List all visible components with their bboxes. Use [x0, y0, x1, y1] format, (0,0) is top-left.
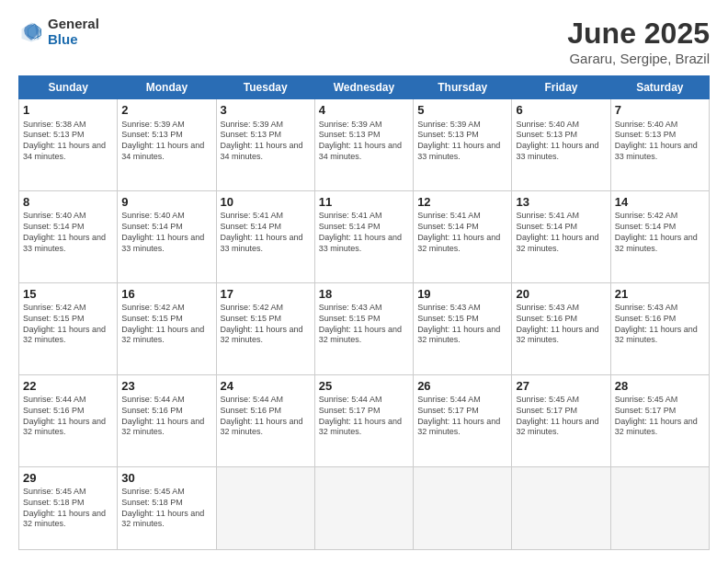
day-info: Sunrise: 5:45 AM Sunset: 5:17 PM Dayligh…: [615, 395, 705, 438]
title-block: June 2025 Gararu, Sergipe, Brazil: [567, 17, 710, 66]
table-row: [610, 466, 709, 549]
table-row: [314, 466, 413, 549]
table-row: 21Sunrise: 5:43 AM Sunset: 5:16 PM Dayli…: [610, 282, 709, 374]
table-row: 9Sunrise: 5:40 AM Sunset: 5:14 PM Daylig…: [118, 190, 216, 282]
table-row: 12Sunrise: 5:41 AM Sunset: 5:14 PM Dayli…: [414, 190, 512, 282]
day-info: Sunrise: 5:42 AM Sunset: 5:15 PM Dayligh…: [121, 303, 211, 346]
day-number: 19: [417, 286, 507, 303]
day-number: 27: [516, 378, 606, 395]
day-info: Sunrise: 5:40 AM Sunset: 5:14 PM Dayligh…: [121, 211, 211, 254]
table-row: 29Sunrise: 5:45 AM Sunset: 5:18 PM Dayli…: [19, 466, 118, 549]
day-number: 30: [121, 470, 211, 487]
day-number: 23: [121, 378, 211, 395]
day-info: Sunrise: 5:43 AM Sunset: 5:16 PM Dayligh…: [516, 303, 606, 346]
day-number: 10: [221, 194, 311, 211]
day-info: Sunrise: 5:38 AM Sunset: 5:13 PM Dayligh…: [23, 120, 113, 163]
logo-general-text: General: [48, 17, 99, 32]
table-row: 15Sunrise: 5:42 AM Sunset: 5:15 PM Dayli…: [19, 282, 118, 374]
day-info: Sunrise: 5:45 AM Sunset: 5:17 PM Dayligh…: [516, 395, 606, 438]
table-row: [414, 466, 512, 549]
table-row: 24Sunrise: 5:44 AM Sunset: 5:16 PM Dayli…: [216, 374, 314, 466]
day-number: 25: [319, 378, 409, 395]
day-number: 18: [319, 286, 409, 303]
day-info: Sunrise: 5:44 AM Sunset: 5:16 PM Dayligh…: [23, 395, 113, 438]
logo-icon: [18, 19, 44, 45]
day-number: 17: [221, 286, 311, 303]
header-friday: Friday: [512, 76, 610, 99]
day-info: Sunrise: 5:41 AM Sunset: 5:14 PM Dayligh…: [221, 211, 311, 254]
table-row: 30Sunrise: 5:45 AM Sunset: 5:18 PM Dayli…: [118, 466, 216, 549]
day-number: 12: [417, 194, 507, 211]
day-number: 26: [417, 378, 507, 395]
day-number: 8: [23, 194, 113, 211]
day-number: 2: [121, 102, 211, 119]
table-row: 5Sunrise: 5:39 AM Sunset: 5:13 PM Daylig…: [414, 99, 512, 191]
day-info: Sunrise: 5:42 AM Sunset: 5:15 PM Dayligh…: [221, 303, 311, 346]
day-info: Sunrise: 5:40 AM Sunset: 5:14 PM Dayligh…: [23, 211, 113, 254]
day-number: 5: [417, 102, 507, 119]
day-number: 15: [23, 286, 113, 303]
table-row: 25Sunrise: 5:44 AM Sunset: 5:17 PM Dayli…: [314, 374, 413, 466]
week-row: 15Sunrise: 5:42 AM Sunset: 5:15 PM Dayli…: [19, 282, 710, 374]
day-info: Sunrise: 5:41 AM Sunset: 5:14 PM Dayligh…: [417, 211, 507, 254]
day-info: Sunrise: 5:45 AM Sunset: 5:18 PM Dayligh…: [23, 487, 113, 530]
table-row: 13Sunrise: 5:41 AM Sunset: 5:14 PM Dayli…: [512, 190, 610, 282]
day-number: 29: [23, 470, 113, 487]
day-info: Sunrise: 5:45 AM Sunset: 5:18 PM Dayligh…: [121, 487, 211, 530]
header-wednesday: Wednesday: [314, 76, 413, 99]
table-row: 3Sunrise: 5:39 AM Sunset: 5:13 PM Daylig…: [216, 99, 314, 191]
day-number: 14: [615, 194, 705, 211]
table-row: 8Sunrise: 5:40 AM Sunset: 5:14 PM Daylig…: [19, 190, 118, 282]
table-row: 14Sunrise: 5:42 AM Sunset: 5:14 PM Dayli…: [610, 190, 709, 282]
day-info: Sunrise: 5:41 AM Sunset: 5:14 PM Dayligh…: [516, 211, 606, 254]
day-number: 11: [319, 194, 409, 211]
day-info: Sunrise: 5:40 AM Sunset: 5:13 PM Dayligh…: [615, 120, 705, 163]
table-row: 28Sunrise: 5:45 AM Sunset: 5:17 PM Dayli…: [610, 374, 709, 466]
day-number: 13: [516, 194, 606, 211]
table-row: 7Sunrise: 5:40 AM Sunset: 5:13 PM Daylig…: [610, 99, 709, 191]
day-number: 22: [23, 378, 113, 395]
day-number: 24: [221, 378, 311, 395]
table-row: 11Sunrise: 5:41 AM Sunset: 5:14 PM Dayli…: [314, 190, 413, 282]
header-tuesday: Tuesday: [216, 76, 314, 99]
table-row: [512, 466, 610, 549]
week-row: 8Sunrise: 5:40 AM Sunset: 5:14 PM Daylig…: [19, 190, 710, 282]
day-number: 9: [121, 194, 211, 211]
day-info: Sunrise: 5:42 AM Sunset: 5:14 PM Dayligh…: [615, 211, 705, 254]
day-number: 7: [615, 102, 705, 119]
calendar-location: Gararu, Sergipe, Brazil: [567, 51, 710, 66]
week-row: 1Sunrise: 5:38 AM Sunset: 5:13 PM Daylig…: [19, 99, 710, 191]
table-row: 27Sunrise: 5:45 AM Sunset: 5:17 PM Dayli…: [512, 374, 610, 466]
day-info: Sunrise: 5:39 AM Sunset: 5:13 PM Dayligh…: [319, 120, 409, 163]
header-sunday: Sunday: [19, 76, 118, 99]
header-thursday: Thursday: [414, 76, 512, 99]
logo-text: General Blue: [48, 17, 99, 47]
day-number: 21: [615, 286, 705, 303]
days-header-row: Sunday Monday Tuesday Wednesday Thursday…: [19, 76, 710, 99]
table-row: 6Sunrise: 5:40 AM Sunset: 5:13 PM Daylig…: [512, 99, 610, 191]
table-row: 10Sunrise: 5:41 AM Sunset: 5:14 PM Dayli…: [216, 190, 314, 282]
table-row: 1Sunrise: 5:38 AM Sunset: 5:13 PM Daylig…: [19, 99, 118, 191]
table-row: 19Sunrise: 5:43 AM Sunset: 5:15 PM Dayli…: [414, 282, 512, 374]
table-row: 26Sunrise: 5:44 AM Sunset: 5:17 PM Dayli…: [414, 374, 512, 466]
day-info: Sunrise: 5:39 AM Sunset: 5:13 PM Dayligh…: [121, 120, 211, 163]
day-info: Sunrise: 5:39 AM Sunset: 5:13 PM Dayligh…: [221, 120, 311, 163]
week-row: 22Sunrise: 5:44 AM Sunset: 5:16 PM Dayli…: [19, 374, 710, 466]
logo-blue-text: Blue: [48, 32, 99, 48]
day-number: 1: [23, 102, 113, 119]
day-info: Sunrise: 5:40 AM Sunset: 5:13 PM Dayligh…: [516, 120, 606, 163]
day-number: 4: [319, 102, 409, 119]
day-number: 3: [221, 102, 311, 119]
table-row: 22Sunrise: 5:44 AM Sunset: 5:16 PM Dayli…: [19, 374, 118, 466]
table-row: 4Sunrise: 5:39 AM Sunset: 5:13 PM Daylig…: [314, 99, 413, 191]
table-row: 18Sunrise: 5:43 AM Sunset: 5:15 PM Dayli…: [314, 282, 413, 374]
day-info: Sunrise: 5:44 AM Sunset: 5:17 PM Dayligh…: [417, 395, 507, 438]
day-info: Sunrise: 5:39 AM Sunset: 5:13 PM Dayligh…: [417, 120, 507, 163]
table-row: 2Sunrise: 5:39 AM Sunset: 5:13 PM Daylig…: [118, 99, 216, 191]
table-row: 20Sunrise: 5:43 AM Sunset: 5:16 PM Dayli…: [512, 282, 610, 374]
day-number: 16: [121, 286, 211, 303]
day-number: 28: [615, 378, 705, 395]
day-info: Sunrise: 5:43 AM Sunset: 5:15 PM Dayligh…: [417, 303, 507, 346]
table-row: [216, 466, 314, 549]
page: General Blue June 2025 Gararu, Sergipe, …: [0, 0, 728, 563]
